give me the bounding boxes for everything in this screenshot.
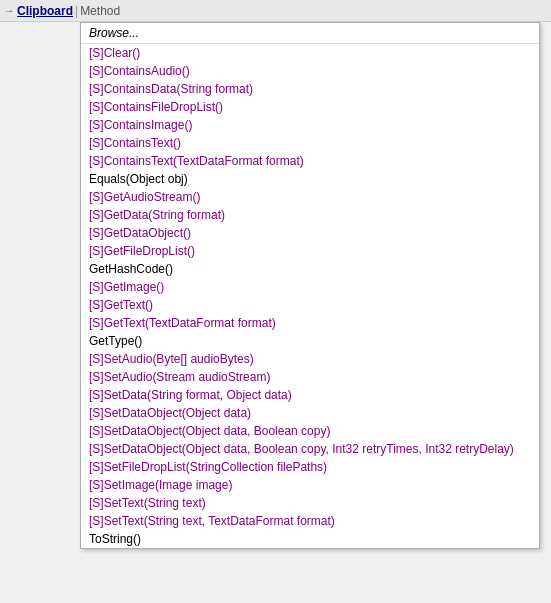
list-item[interactable]: [S]ContainsImage() (81, 116, 539, 134)
method-dropdown: Browse... [S]Clear()[S]ContainsAudio()[S… (80, 22, 540, 549)
list-item[interactable]: [S]Clear() (81, 44, 539, 62)
list-item[interactable]: [S]ContainsData(String format) (81, 80, 539, 98)
list-item[interactable]: [S]GetDataObject() (81, 224, 539, 242)
list-item[interactable]: [S]SetFileDropList(StringCollection file… (81, 458, 539, 476)
list-item[interactable]: [S]GetFileDropList() (81, 242, 539, 260)
list-item[interactable]: [S]ContainsFileDropList() (81, 98, 539, 116)
toolbar: → Clipboard | Method (0, 0, 551, 22)
list-item[interactable]: [S]SetAudio(Byte[] audioBytes) (81, 350, 539, 368)
method-list: [S]Clear()[S]ContainsAudio()[S]ContainsD… (81, 44, 539, 548)
list-item[interactable]: [S]SetDataObject(Object data) (81, 404, 539, 422)
list-item[interactable]: ToString() (81, 530, 539, 548)
list-item[interactable]: [S]ContainsText() (81, 134, 539, 152)
list-item[interactable]: [S]SetData(String format, Object data) (81, 386, 539, 404)
list-item[interactable]: GetHashCode() (81, 260, 539, 278)
toolbar-separator: | (75, 4, 78, 18)
list-item[interactable]: [S]GetAudioStream() (81, 188, 539, 206)
list-item[interactable]: [S]ContainsAudio() (81, 62, 539, 80)
list-item[interactable]: [S]ContainsText(TextDataFormat format) (81, 152, 539, 170)
list-item[interactable]: [S]GetText() (81, 296, 539, 314)
member-label: Method (80, 4, 120, 18)
list-item[interactable]: [S]GetImage() (81, 278, 539, 296)
list-item[interactable]: [S]SetImage(Image image) (81, 476, 539, 494)
list-item[interactable]: Equals(Object obj) (81, 170, 539, 188)
browse-item[interactable]: Browse... (81, 23, 539, 44)
list-item[interactable]: [S]SetAudio(Stream audioStream) (81, 368, 539, 386)
list-item[interactable]: [S]SetDataObject(Object data, Boolean co… (81, 440, 539, 458)
class-label[interactable]: Clipboard (17, 4, 73, 18)
list-item[interactable]: [S]SetText(String text, TextDataFormat f… (81, 512, 539, 530)
list-item[interactable]: GetType() (81, 332, 539, 350)
list-item[interactable]: [S]GetText(TextDataFormat format) (81, 314, 539, 332)
navigate-icon: → (4, 5, 14, 16)
list-item[interactable]: [S]GetData(String format) (81, 206, 539, 224)
list-item[interactable]: [S]SetText(String text) (81, 494, 539, 512)
list-item[interactable]: [S]SetDataObject(Object data, Boolean co… (81, 422, 539, 440)
